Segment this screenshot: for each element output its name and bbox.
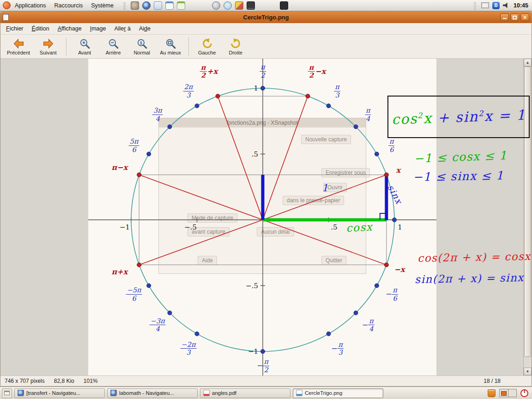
ubuntu-logo-icon[interactable] xyxy=(3,1,11,9)
maximize-button[interactable] xyxy=(510,13,519,21)
panel-clock[interactable]: 10:45 xyxy=(514,2,528,9)
panel-notification-area: B 10:45 xyxy=(472,1,529,10)
menu-aide[interactable]: Aide xyxy=(135,24,155,34)
image-view-area[interactable]: fonctions2a.png - XSnapshotNouvelle capt… xyxy=(0,59,532,375)
toolbar-button-label: Gauche xyxy=(198,50,216,55)
menu-systeme[interactable]: Système xyxy=(87,1,118,10)
trig-circle-layer: π2π3π4π62π33π45π6−5π6−3π4−2π3−π2−π3−π4−π… xyxy=(0,59,532,375)
zoom-out-button[interactable]: − Arrière xyxy=(99,36,127,58)
rotate-right-button[interactable]: Droite xyxy=(221,36,250,58)
x-tick-label: .5 xyxy=(331,224,337,231)
blue-angle-dot xyxy=(375,152,379,156)
menu-edition[interactable]: Édition xyxy=(28,24,54,34)
red-angle-dot xyxy=(306,94,310,98)
zoom-normal-button[interactable]: 1 Normal xyxy=(127,36,156,58)
red-radius-line xyxy=(139,220,263,265)
scroll-down-button[interactable]: ▼ xyxy=(524,368,532,375)
writer-launcher-icon[interactable] xyxy=(165,1,174,10)
scrollbar-thumb[interactable] xyxy=(524,66,531,357)
workspace-cell-1[interactable] xyxy=(500,389,508,397)
menu-accel: A xyxy=(58,25,61,32)
blue-angle-label: −π2 xyxy=(256,358,269,373)
toolbar-separator xyxy=(66,37,66,56)
taskbar-window-button[interactable]: [transfert - Navigateu... xyxy=(14,388,105,398)
menu-applications[interactable]: Applications xyxy=(11,1,50,10)
blue-angle-label: 2π3 xyxy=(183,84,194,98)
red-angle-label: π2+x xyxy=(200,64,218,79)
y-tick-label: −1 xyxy=(248,348,258,355)
toolbar-button-label: Au mieux xyxy=(160,50,181,55)
panel-handle[interactable] xyxy=(123,1,126,10)
zoom-fit-button[interactable]: Au mieux xyxy=(156,36,185,58)
zoom-in-button[interactable]: + Avant xyxy=(70,36,99,58)
shutdown-icon[interactable] xyxy=(520,389,528,397)
blue-angle-dot xyxy=(195,332,199,336)
menu-label: Alle xyxy=(114,25,124,32)
menu-image[interactable]: Image xyxy=(86,24,110,34)
blue-angle-label: π2 xyxy=(260,64,266,79)
menu-label: à xyxy=(126,25,130,32)
scroll-up-button[interactable]: ▲ xyxy=(524,59,532,66)
network-monitor-icon[interactable] xyxy=(481,2,489,8)
trash-icon[interactable] xyxy=(488,389,496,397)
panel-handle[interactable] xyxy=(474,1,476,10)
previous-button[interactable]: Précédent xyxy=(3,36,34,58)
tray-terminal-icon[interactable] xyxy=(280,1,288,10)
blue-angle-dot xyxy=(354,311,358,315)
vertical-scrollbar[interactable]: ▲ ▼ xyxy=(523,59,532,375)
browser-window-icon xyxy=(110,390,117,396)
rotate-right-icon xyxy=(230,38,242,49)
blue-angle-dot xyxy=(261,350,265,354)
rotate-left-button[interactable]: Gauche xyxy=(193,36,221,58)
terminal-launcher-icon[interactable] xyxy=(247,1,255,10)
minimize-icon xyxy=(503,16,507,19)
taskbar-window-button-active[interactable]: CercleTrigo.png xyxy=(293,388,383,398)
next-arrow-icon xyxy=(42,38,54,49)
red-radius-line xyxy=(263,175,387,220)
screenshot-launcher-icon[interactable] xyxy=(212,1,220,10)
workspace-switcher[interactable] xyxy=(499,389,517,397)
blue-angle-dot xyxy=(326,332,331,336)
blue-angle-dot xyxy=(375,284,379,288)
red-angle-dot xyxy=(137,173,141,177)
taskbar-window-button[interactable]: labomath - Navigateu... xyxy=(107,388,198,398)
menu-fichier[interactable]: Fichier xyxy=(2,24,28,34)
menu-label: mage xyxy=(91,25,106,32)
blue-angle-label: 5π6 xyxy=(129,138,139,153)
workspace-cell-2[interactable] xyxy=(508,389,517,397)
window-menubar: Fichier Édition Affichage Image Aller à … xyxy=(0,23,532,35)
previous-arrow-icon xyxy=(13,38,24,49)
red-radius-line xyxy=(263,96,308,220)
unit-circle-figure xyxy=(0,59,524,375)
gimp-launcher-icon[interactable] xyxy=(131,1,139,10)
geometry-launcher-icon[interactable] xyxy=(224,1,232,10)
minimize-button[interactable] xyxy=(500,13,509,21)
toolbar-button-label: Normal xyxy=(133,50,150,55)
zoom-out-icon: − xyxy=(108,38,119,49)
taskbar-button-label: angles.pdf xyxy=(212,390,236,396)
menu-affichage[interactable]: Affichage xyxy=(54,24,86,34)
show-desktop-icon xyxy=(4,391,10,395)
close-button[interactable]: × xyxy=(520,13,529,21)
menu-aller-a[interactable]: Aller à xyxy=(110,24,134,34)
next-button[interactable]: Suivant xyxy=(34,36,62,58)
menu-raccourcis[interactable]: Raccourcis xyxy=(50,1,87,10)
image-window-icon xyxy=(296,390,302,396)
blue-angle-dot xyxy=(354,125,358,129)
volume-icon[interactable] xyxy=(503,3,509,8)
firefox-launcher-icon[interactable] xyxy=(142,1,151,10)
bluetooth-icon[interactable]: B xyxy=(492,2,500,9)
show-desktop-button[interactable] xyxy=(2,388,12,398)
education-launcher-icon[interactable] xyxy=(235,1,243,10)
red-angle-label: π−x xyxy=(112,164,128,171)
red-angle-dot xyxy=(137,263,141,267)
blue-angle-label: −π6 xyxy=(385,287,398,302)
menu-accel: É xyxy=(32,25,36,32)
calc-launcher-icon[interactable] xyxy=(177,1,185,10)
window-titlebar[interactable]: CercleTrigo.png × xyxy=(0,12,532,23)
taskbar-window-button[interactable]: angles.pdf xyxy=(200,388,290,398)
xchat-launcher-icon[interactable] xyxy=(154,1,162,10)
window-icon xyxy=(3,14,9,21)
zoom-level-status: 101% xyxy=(84,378,98,384)
pdf-window-icon xyxy=(203,390,210,396)
